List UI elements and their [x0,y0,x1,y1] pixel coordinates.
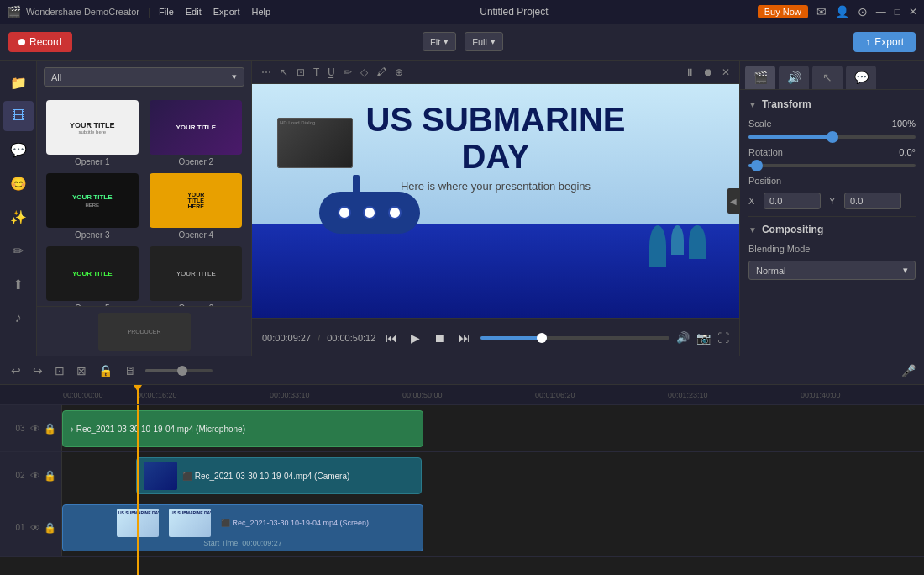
compositing-section-header[interactable]: ▼ Compositing [748,224,916,235]
mail-icon[interactable]: ✉ [816,5,827,18]
template-item[interactable]: YOUR TITLE Opener 5 [44,246,141,306]
template-item[interactable]: YOUR TITLE subtitle here Opener 1 [44,100,141,166]
ruler-mark: 00:00:16:20 [137,391,270,399]
collapse-panel-button[interactable]: ◀ [727,188,739,214]
clip-screen[interactable]: US SUBMARINE DAY US SUBMARINE DAY ⬛ Rec_… [62,504,423,551]
screen-record-icon[interactable]: 🖥 [122,364,139,377]
tab-cursor[interactable]: ↖ [812,66,843,89]
chevron-down-icon: ▾ [903,265,908,276]
track-eye-icon[interactable]: 👁 [30,522,40,534]
pos-y-label: Y [829,196,839,206]
redo-button[interactable]: ↪ [30,364,45,377]
sidebar-item-cursor[interactable]: ⬆ [3,269,34,299]
scale-value: 100% [892,119,916,129]
zoom-icon[interactable]: ⊕ [392,66,406,78]
screenshot-icon[interactable]: 📷 [696,331,711,345]
time-current: 00:00:09:27 [262,333,311,343]
volume-icon[interactable]: 🔊 [676,331,690,344]
user-icon[interactable]: 👤 [835,5,849,18]
sidebar-item-files[interactable]: 📁 [3,67,34,98]
lock-button[interactable]: 🔒 [96,364,115,377]
track-eye-icon[interactable]: 👁 [30,470,40,482]
template-item[interactable]: YOUR TITLEHERE Opener 3 [44,173,141,240]
text-icon[interactable]: T [311,66,322,78]
highlight-icon[interactable]: 🖍 [374,66,389,78]
sidebar-item-captions[interactable]: 💬 [3,135,34,165]
timeline-tracks: 03 👁 🔒 ♪ Rec_2021-03-30 10-19-04.mp4 (Mi… [0,405,924,575]
sidebar-item-effects[interactable]: ✨ [3,202,34,232]
progress-bar[interactable] [480,336,669,340]
track-lock-icon[interactable]: 🔒 [44,423,56,435]
right-panel: 🎬 🔊 ↖ 💬 ▼ Transform Scale 100% Rotation [739,61,924,356]
skip-forward-button[interactable]: ⏭ [455,331,474,345]
category-dropdown[interactable]: All ▾ [44,67,244,87]
menu-edit[interactable]: Edit [186,7,202,17]
track-eye-icon[interactable]: 👁 [30,423,40,435]
transform-section-header[interactable]: ▼ Transform [748,98,916,110]
sidebar-item-music[interactable]: ♪ [3,303,34,333]
close-button[interactable]: ✕ [909,6,917,18]
zoom-slider[interactable] [145,369,213,372]
coral-1 [649,225,666,267]
pause-overlay-icon[interactable]: ⏸ [682,66,697,78]
pos-y-input[interactable] [844,193,901,209]
underline-icon[interactable]: U̲ [325,66,338,78]
position-inputs-row: X Y [748,193,916,209]
maximize-button[interactable]: □ [895,6,900,18]
split-button[interactable]: ⊠ [74,364,89,377]
sidebar-item-annotations[interactable]: ✏ [3,235,34,266]
blending-row: Blending Mode [748,244,916,254]
fit-dropdown[interactable]: Fit ▾ [423,32,456,51]
preview-toolbar: ⋯ ↖ ⊡ T U̲ ✏ ◇ 🖍 ⊕ ⏸ ⏺ ✕ [252,61,739,84]
template-item[interactable]: YOURTITLEHERE Opener 4 [148,173,245,240]
buy-now-button[interactable]: Buy Now [758,5,808,18]
play-button[interactable]: ▶ [407,331,423,345]
skip-back-button[interactable]: ⏮ [382,331,401,345]
mic-button[interactable]: 🎤 [901,364,916,377]
tab-video[interactable]: 🎬 [745,66,775,89]
sidebar-item-stickers[interactable]: 😊 [3,168,34,198]
info-icon[interactable]: ⊙ [858,5,868,18]
template-label: Opener 2 [178,157,213,166]
undo-button[interactable]: ↩ [8,364,24,377]
menu-file[interactable]: File [159,7,174,17]
stop-button[interactable]: ⏹ [430,331,449,345]
ruler-mark: 00:00:50:00 [402,391,535,399]
track-lock-icon[interactable]: 🔒 [44,522,56,534]
template-thumb: YOUR TITLE [150,246,242,301]
move-icon[interactable]: ⋯ [259,66,274,78]
rotation-slider[interactable] [748,164,916,167]
clip-camera[interactable]: ⬛ Rec_2021-03-30 10-19-04.mp4 (Camera) [136,457,422,494]
template-item[interactable]: YOUR TITLE Opener 2 [148,100,245,166]
minimize-button[interactable]: — [876,6,886,18]
fullscreen-icon[interactable]: ⛶ [717,331,729,345]
template-thumb: YOUR TITLEHERE [46,173,139,228]
template-panel: All ▾ YOUR TITLE subtitle here Opener 1 … [37,61,252,356]
tab-captions[interactable]: 💬 [846,66,876,89]
time-separator: / [318,333,320,343]
full-dropdown[interactable]: Full ▾ [465,32,503,51]
menu-export[interactable]: Export [213,7,240,17]
scale-slider[interactable] [748,135,916,139]
pos-x-input[interactable] [764,193,821,209]
chevron-down-icon: ▾ [232,71,237,82]
menu-help[interactable]: Help [252,7,271,17]
blending-mode-dropdown[interactable]: Normal ▾ [748,261,916,280]
select-icon[interactable]: ↖ [277,66,291,78]
export-button[interactable]: ↑ Export [853,32,916,52]
record-button[interactable]: Record [8,32,72,52]
crop-icon[interactable]: ⊡ [294,66,307,78]
track-lock-icon[interactable]: 🔒 [44,470,56,482]
template-item[interactable]: YOUR TITLE Opener 6 [148,246,245,306]
draw-icon[interactable]: ✏ [341,66,354,78]
shape-icon[interactable]: ◇ [358,66,370,78]
video-popup[interactable]: HD Load Dialog [277,118,353,168]
close-preview-icon[interactable]: ✕ [719,66,732,78]
record-overlay-icon[interactable]: ⏺ [701,66,716,78]
crop-tool-button[interactable]: ⊡ [52,364,67,377]
tab-audio[interactable]: 🔊 [779,66,809,89]
clip-audio[interactable]: ♪ Rec_2021-03-30 10-19-04.mp4 (Microphon… [62,410,423,447]
section-arrow-icon: ▼ [748,100,757,109]
playhead-ruler [137,385,139,404]
sidebar-item-templates[interactable]: 🎞 [3,101,34,131]
